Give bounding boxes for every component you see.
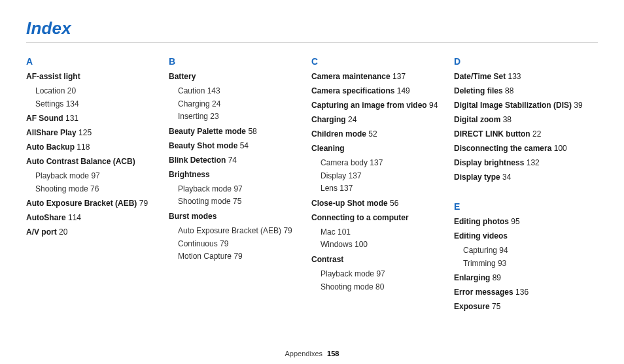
index-section: CCamera maintenance 137Camera specificat… [311, 56, 447, 293]
index-subentry: Lens 137 [321, 182, 447, 195]
index-entry: Auto Backup 118 [26, 141, 162, 153]
index-entry-page: 56 [388, 199, 399, 208]
index-section: EEditing photos 95Editing videosCapturin… [454, 201, 590, 312]
index-subentry: Display 137 [321, 170, 447, 182]
index-entry-page: 100 [551, 144, 566, 153]
index-entry-page: 132 [524, 158, 539, 167]
index-entry-page: 74 [226, 156, 237, 165]
index-entry-page: 94 [427, 101, 438, 110]
index-entry: AllShare Play 125 [26, 127, 162, 139]
index-entry-page: 125 [77, 128, 92, 137]
index-entry: Battery [169, 71, 305, 82]
index-entry: Auto Exposure Bracket (AEB) 79 [26, 197, 162, 209]
index-entry: AutoShare 114 [26, 212, 162, 223]
index-entry-page: 133 [506, 72, 521, 81]
index-subentry: Charging 24 [178, 98, 305, 110]
title-rule [26, 42, 598, 43]
index-entry: Enlarging 89 [454, 272, 590, 284]
index-entry: Children mode 52 [311, 128, 447, 140]
index-columns: AAF-assist lightLocation 20Settings 134A… [26, 56, 598, 315]
index-subentry: Windows 100 [321, 239, 447, 251]
index-subentry: Location 20 [35, 85, 162, 97]
index-column: DDate/Time Set 133Deleting files 88Digit… [454, 56, 597, 315]
index-subentry: Shooting mode 75 [178, 195, 305, 208]
index-entry: Burst modes [169, 210, 305, 222]
index-entry: Digital Image Stabilization (DIS) 39 [454, 99, 590, 111]
page-footer: Appendixes 158 [0, 350, 624, 357]
index-entry: A/V port 20 [26, 226, 162, 238]
index-letter: D [454, 56, 590, 67]
index-column: AAF-assist lightLocation 20Settings 134A… [26, 56, 169, 315]
index-entry: Close-up Shot mode 56 [311, 197, 447, 209]
index-entry-page: 52 [366, 129, 377, 139]
index-entry: Exposure 75 [454, 301, 590, 312]
index-subentry: Trimming 93 [463, 257, 590, 270]
index-subentry: Shooting mode 76 [35, 183, 162, 195]
index-entry-page: 54 [237, 141, 249, 150]
index-subentry: Caution 143 [178, 85, 305, 97]
index-entry: DIRECT LINK button 22 [454, 128, 590, 140]
footer-section: Appendixes [285, 350, 323, 357]
index-entry: Contrast [311, 254, 447, 265]
index-entry-page: 58 [246, 127, 257, 136]
index-section: BBatteryCaution 143Charging 24Inserting … [169, 56, 305, 263]
index-entry: Camera specifications 149 [311, 85, 447, 97]
index-subentry: Playback mode 97 [35, 170, 162, 182]
index-entry: Digital zoom 38 [454, 114, 590, 125]
index-subentry: Shooting mode 80 [321, 281, 447, 293]
index-entry-page: 149 [394, 86, 409, 95]
index-entry-page: 137 [390, 72, 406, 81]
index-entry: Brightness [169, 169, 305, 180]
index-column: BBatteryCaution 143Charging 24Inserting … [169, 56, 311, 315]
index-entry: Auto Contrast Balance (ACB) [26, 156, 162, 167]
index-entry-page: 95 [509, 217, 520, 226]
index-entry-page: 131 [63, 114, 78, 123]
index-entry: Charging 24 [311, 114, 447, 125]
index-subentry: Continuous 79 [178, 238, 305, 250]
index-entry: Editing videos [454, 230, 590, 242]
index-entry: AF Sound 131 [26, 112, 162, 124]
index-entry-page: 118 [75, 142, 90, 152]
index-entry: Beauty Shot mode 54 [169, 140, 305, 152]
index-entry: Beauty Palette mode 58 [169, 125, 305, 137]
index-entry-page: 38 [500, 115, 511, 124]
index-entry: Display brightness 132 [454, 157, 590, 169]
index-subentry: Camera body 137 [321, 157, 447, 169]
index-letter: A [26, 56, 162, 67]
index-letter: E [454, 201, 590, 212]
page: Index AAF-assist lightLocation 20Setting… [0, 0, 624, 364]
index-subentry: Capturing 94 [463, 244, 590, 257]
index-entry: Blink Detection 74 [169, 154, 305, 166]
index-entry: Date/Time Set 133 [454, 71, 590, 82]
index-letter: C [311, 56, 447, 67]
index-entry-page: 22 [530, 129, 542, 139]
index-letter: B [169, 56, 305, 67]
index-entry-page: 20 [57, 227, 68, 237]
index-entry-page: 34 [500, 173, 511, 182]
index-entry-page: 75 [490, 302, 501, 311]
index-entry: Error messages 136 [454, 286, 590, 298]
index-entry: Disconnecting the camera 100 [454, 142, 590, 154]
index-entry: Camera maintenance 137 [311, 71, 447, 82]
index-subentry: Settings 134 [35, 98, 162, 110]
index-subentry: Mac 101 [321, 226, 447, 239]
index-subentry: Inserting 23 [178, 110, 305, 123]
footer-page: 158 [327, 350, 339, 357]
index-subentry: Auto Exposure Bracket (AEB) 79 [178, 225, 305, 237]
page-title: Index [26, 18, 598, 39]
index-entry: AF-assist light [26, 71, 162, 82]
index-entry: Display type 34 [454, 171, 590, 183]
index-entry-page: 79 [137, 199, 148, 208]
index-entry: Capturing an image from video 94 [311, 99, 447, 111]
index-entry: Editing photos 95 [454, 216, 590, 227]
index-section: AAF-assist lightLocation 20Settings 134A… [26, 56, 162, 238]
index-entry-page: 39 [572, 101, 583, 110]
index-section: DDate/Time Set 133Deleting files 88Digit… [454, 56, 590, 183]
index-entry-page: 24 [346, 115, 357, 124]
index-entry-page: 114 [66, 213, 81, 222]
index-entry: Cleaning [311, 142, 447, 154]
index-subentry: Motion Capture 79 [178, 250, 305, 263]
index-entry-page: 88 [503, 86, 514, 95]
index-entry-page: 89 [490, 273, 501, 282]
index-entry: Connecting to a computer [311, 212, 447, 223]
